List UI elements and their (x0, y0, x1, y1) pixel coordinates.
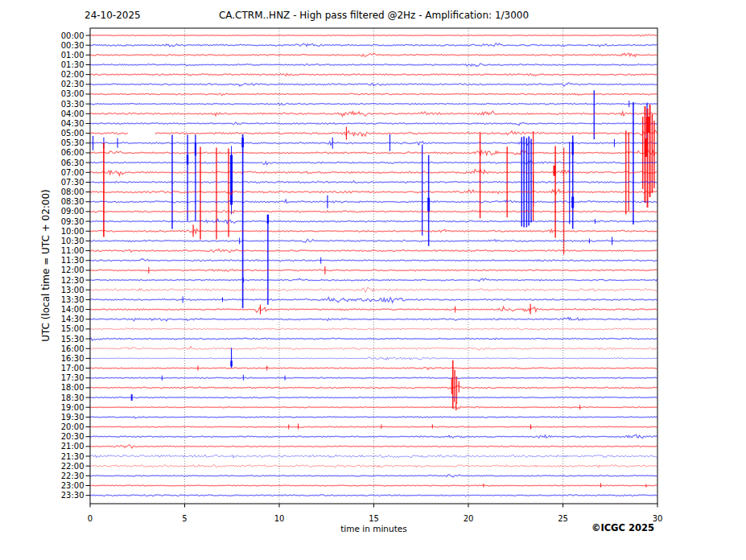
trace-row-2330: 23:30 (61, 491, 657, 500)
y-tick-label: 07:30 (61, 178, 84, 187)
trace-row-0200: 02:00 (61, 70, 657, 79)
trace-row-2200: 22:00 (61, 462, 657, 471)
trace-row-0930: 09:30 (61, 134, 657, 308)
seismic-trace-halo (90, 122, 657, 126)
x-axis-label: time in minutes (90, 524, 657, 533)
plot-station-title: CA.CTRM..HNZ - High pass filtered @2Hz -… (90, 10, 657, 22)
y-tick-label: 21:00 (61, 442, 84, 451)
x-tick-label: 5 (182, 514, 187, 523)
trace-row-2100: 21:00 (61, 442, 657, 451)
seismic-trace-halo (90, 219, 657, 223)
seismic-trace-halo (90, 406, 657, 409)
trace-row-0730: 07:30 (61, 134, 657, 229)
x-tick-label: 20 (464, 514, 474, 523)
y-tick-label: 02:00 (61, 70, 84, 79)
y-tick-label: 20:00 (61, 422, 84, 431)
seismic-trace-halo (90, 385, 657, 389)
y-tick-label: 12:30 (61, 276, 84, 285)
y-tick-label: 19:30 (61, 413, 84, 422)
seismic-trace-halo (90, 189, 657, 195)
y-tick-label: 23:00 (61, 481, 84, 490)
y-tick-label: 03:00 (61, 89, 84, 98)
x-tick-label: 10 (274, 514, 285, 523)
y-tick-label: 18:30 (61, 393, 84, 402)
trace-row-1230: 12:30 (61, 276, 657, 285)
trace-row-1030: 10:30 (61, 237, 657, 245)
y-tick-label: 06:00 (61, 148, 84, 157)
trace-row-1100: 11:00 (61, 246, 657, 255)
seismic-trace-halo (90, 417, 657, 418)
y-tick-label: 17:30 (61, 373, 84, 382)
y-tick-label: 11:30 (61, 256, 84, 265)
y-tick-label: 23:30 (61, 491, 84, 500)
y-tick-label: 09:30 (61, 217, 84, 226)
trace-row-0030: 00:30 (61, 41, 657, 50)
trace-row-0230: 02:30 (61, 80, 657, 89)
plot-frame (90, 28, 657, 504)
seismic-trace-halo (90, 83, 657, 86)
seismic-trace-halo (90, 367, 657, 369)
seismic-trace-halo (90, 377, 657, 379)
seismic-trace-halo (90, 317, 657, 321)
y-tick-label: 15:00 (61, 324, 84, 333)
seismic-trace-halo (90, 297, 657, 303)
trace-row-0300: 03:00 (61, 89, 657, 98)
y-tick-label: 04:30 (61, 119, 84, 128)
trace-row-1330: 13:30 (61, 295, 657, 304)
y-tick-label: 01:30 (61, 60, 84, 69)
trace-row-1930: 19:30 (61, 413, 657, 422)
trace-row-1430: 14:30 (61, 315, 657, 323)
y-tick-label: 10:30 (61, 237, 84, 245)
trace-row-0800: 08:00 (61, 143, 657, 255)
trace-row-1400: 14:00 (61, 304, 657, 315)
seismic-trace-halo (90, 161, 657, 165)
trace-row-2030: 20:30 (61, 432, 657, 441)
trace-row-0130: 01:30 (61, 60, 657, 69)
y-tick-label: 12:00 (61, 266, 84, 274)
seismic-trace-halo (90, 35, 657, 36)
trace-row-0330: 03:30 (61, 90, 657, 139)
seismic-trace-halo (90, 73, 657, 76)
y-tick-label: 00:00 (61, 31, 84, 40)
y-tick-label: 16:00 (61, 344, 84, 353)
y-tick-label: 04:00 (61, 109, 84, 118)
trace-row-1300: 13:00 (61, 286, 657, 294)
trace-row-1130: 11:30 (61, 215, 657, 305)
seismic-trace (90, 346, 657, 350)
y-tick-label: 17:00 (61, 364, 84, 373)
trace-row-2000: 20:00 (61, 422, 657, 431)
trace-row-1000: 10:00 (61, 224, 657, 237)
y-axis-label: UTC (local time = UTC + 02:00) (40, 189, 52, 342)
y-tick-label: 08:30 (61, 197, 84, 206)
trace-row-0630: 06:30 (61, 102, 657, 224)
trace-row-0530: 05:30 (61, 134, 657, 151)
y-tick-label: 05:00 (61, 129, 84, 138)
seismic-trace-halo (155, 130, 657, 136)
y-tick-label: 16:30 (61, 354, 84, 363)
trace-row-1830: 18:30 (61, 393, 657, 402)
y-tick-label: 21:30 (61, 452, 84, 461)
trace-row-0400: 04:00 (61, 109, 657, 118)
x-tick-label: 15 (369, 514, 379, 523)
seismic-trace-halo (90, 259, 657, 261)
y-tick-label: 05:30 (61, 138, 84, 147)
y-tick-label: 06:30 (61, 159, 84, 167)
seismic-trace-halo (90, 485, 657, 486)
trace-row-0500: 05:00 (61, 127, 657, 140)
y-tick-label: 22:00 (61, 462, 84, 471)
y-tick-label: 20:30 (61, 432, 84, 441)
y-tick-label: 01:00 (61, 51, 84, 60)
y-tick-label: 03:30 (61, 100, 84, 109)
trace-row-0900: 09:00 (61, 207, 657, 216)
y-tick-label: 09:00 (61, 207, 84, 216)
helicorder-page: { "header": { "date": "24-10-2025", "tit… (0, 0, 746, 560)
y-tick-label: 00:30 (61, 41, 84, 50)
y-tick-label: 13:30 (61, 295, 84, 304)
y-tick-label: 13:00 (61, 286, 84, 294)
trace-row-2230: 22:30 (61, 471, 657, 480)
trace-row-1500: 15:00 (61, 324, 657, 333)
trace-row-0430: 04:30 (61, 102, 657, 146)
trace-row-1700: 17:00 (61, 364, 657, 373)
x-tick-label: 25 (558, 514, 568, 523)
y-tick-label: 22:30 (61, 471, 84, 480)
